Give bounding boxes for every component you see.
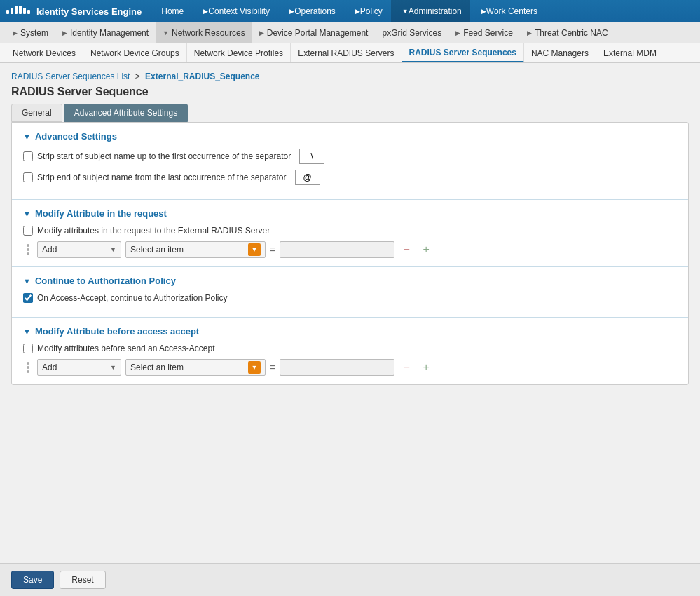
modify-access-accept-select-item[interactable]: Select an item ▼ — [125, 359, 266, 376]
select-orange-arrow-icon: ▼ — [248, 361, 261, 374]
equals-sign: = — [270, 244, 275, 255]
strip-start-input[interactable] — [299, 149, 324, 164]
svg-rect-5 — [23, 8, 26, 14]
breadcrumb: RADIUS Server Sequences List > External_… — [11, 72, 689, 81]
collapse-arrow-icon: ▼ — [23, 327, 31, 336]
svg-rect-3 — [15, 6, 18, 14]
tab-nac-managers[interactable]: NAC Managers — [524, 43, 596, 62]
arrow-down-icon: ▼ — [402, 8, 409, 15]
add-row-button[interactable]: + — [418, 242, 434, 257]
app-title: Identity Services Engine — [36, 6, 142, 17]
modify-request-label: Modify attributes in the request to the … — [37, 226, 270, 236]
modify-access-accept-checkbox[interactable] — [23, 344, 33, 353]
remove-row-button[interactable]: − — [399, 242, 414, 257]
content-area: RADIUS Server Sequences List > External_… — [0, 63, 700, 420]
tab-general[interactable]: General — [11, 104, 62, 122]
modify-access-accept-checkbox-wrap: Modify attributes before send an Access-… — [23, 344, 214, 353]
tab-network-devices[interactable]: Network Devices — [6, 43, 83, 62]
arrow-icon: ▶ — [259, 29, 264, 36]
authorization-policy-checkbox[interactable] — [23, 293, 33, 303]
modify-request-select-item[interactable]: Select an item ▼ — [125, 241, 266, 258]
svg-rect-6 — [27, 10, 30, 14]
svg-rect-4 — [19, 6, 22, 14]
section-modify-request-header[interactable]: ▼ Modify Attribute in the request — [23, 208, 677, 219]
arrow-icon: ▶ — [355, 8, 360, 15]
strip-end-input[interactable] — [295, 170, 320, 185]
tab-external-radius-servers[interactable]: External RADIUS Servers — [291, 43, 402, 62]
breadcrumb-current: External_RADIUS_Sequence — [145, 72, 259, 81]
modify-request-attr-row: Add ▼ Select an item ▼ = − + — [23, 241, 677, 258]
second-nav-feed-service[interactable]: ▶ Feed Service — [448, 22, 520, 43]
second-navigation: ▶ System ▶ Identity Management ▼ Network… — [0, 22, 700, 43]
strip-start-checkbox-wrap: Strip start of subject name up to the fi… — [23, 149, 324, 164]
drag-handle[interactable] — [23, 360, 33, 375]
modify-request-checkbox-wrap: Modify attributes in the request to the … — [23, 226, 270, 236]
drag-dot — [27, 370, 29, 373]
top-nav-items: Home ▶ Context Visibility ▶ Operations ▶… — [153, 0, 546, 22]
modify-request-checkbox-row: Modify attributes in the request to the … — [23, 226, 677, 236]
breadcrumb-list-link[interactable]: RADIUS Server Sequences List — [11, 72, 130, 81]
second-nav-device-portal[interactable]: ▶ Device Portal Management — [252, 22, 376, 43]
modify-request-checkbox[interactable] — [23, 226, 33, 236]
authorization-policy-checkbox-row: On Access-Accept, continue to Authorizat… — [23, 293, 677, 303]
collapse-arrow-icon: ▼ — [23, 277, 31, 285]
top-nav-work-centers[interactable]: ▶ Work Centers — [470, 0, 546, 22]
arrow-down-icon: ▼ — [163, 29, 169, 36]
remove-row-button[interactable]: − — [399, 360, 414, 375]
second-nav-system[interactable]: ▶ System — [6, 22, 55, 43]
strip-start-checkbox[interactable] — [23, 151, 33, 161]
add-row-button[interactable]: + — [418, 360, 434, 375]
second-nav-network-resources[interactable]: ▼ Network Resources — [156, 22, 252, 43]
section-authorization-policy-title: Continue to Authorization Policy — [35, 276, 176, 286]
drag-dot — [27, 252, 29, 255]
tab-network-device-profiles[interactable]: Network Device Profiles — [187, 43, 291, 62]
modify-request-add-dropdown[interactable]: Add ▼ — [37, 241, 121, 258]
section-advanced-settings-header[interactable]: ▼ Advanced Settings — [23, 131, 677, 142]
drag-dot — [27, 244, 29, 247]
cisco-logo — [6, 3, 31, 20]
top-nav-administration[interactable]: ▼ Administration — [391, 0, 470, 22]
section-modify-request: ▼ Modify Attribute in the request Modify… — [12, 200, 688, 267]
modify-request-value-input[interactable] — [280, 241, 394, 258]
collapse-arrow-icon: ▼ — [23, 133, 31, 141]
second-nav-identity-management[interactable]: ▶ Identity Management — [55, 22, 156, 43]
page-title: RADIUS Server Sequence — [11, 86, 689, 98]
top-nav-policy[interactable]: ▶ Policy — [344, 0, 391, 22]
tab-radius-server-sequences[interactable]: RADIUS Server Sequences — [402, 43, 524, 62]
section-advanced-settings-title: Advanced Settings — [35, 131, 117, 142]
second-nav-threat-centric[interactable]: ▶ Threat Centric NAC — [520, 22, 615, 43]
form-tabs: General Advanced Attribute Settings — [11, 104, 689, 122]
equals-sign: = — [270, 362, 275, 373]
third-navigation: Network Devices Network Device Groups Ne… — [0, 43, 700, 63]
tab-advanced-attribute-settings[interactable]: Advanced Attribute Settings — [64, 104, 188, 122]
svg-rect-1 — [6, 10, 9, 14]
authorization-policy-checkbox-wrap: On Access-Accept, continue to Authorizat… — [23, 293, 227, 303]
strip-end-checkbox[interactable] — [23, 172, 33, 182]
tab-external-mdm[interactable]: External MDM — [596, 43, 664, 62]
modify-access-accept-attr-row: Add ▼ Select an item ▼ = − + — [23, 359, 677, 376]
strip-start-row: Strip start of subject name up to the fi… — [23, 149, 677, 164]
drag-dot — [27, 366, 29, 369]
arrow-icon: ▶ — [527, 29, 532, 36]
modify-access-accept-value-input[interactable] — [280, 359, 394, 376]
section-modify-access-accept-title: Modify Attribute before access accept — [35, 326, 199, 337]
arrow-icon: ▶ — [13, 29, 18, 36]
section-advanced-settings: ▼ Advanced Settings Strip start of subje… — [12, 123, 688, 200]
drag-handle[interactable] — [23, 242, 33, 257]
svg-rect-2 — [11, 8, 13, 14]
arrow-icon: ▶ — [455, 29, 460, 36]
tab-network-device-groups[interactable]: Network Device Groups — [83, 43, 187, 62]
top-nav-home[interactable]: Home — [153, 0, 192, 22]
section-authorization-policy-header[interactable]: ▼ Continue to Authorization Policy — [23, 276, 677, 286]
form-card: ▼ Advanced Settings Strip start of subje… — [11, 122, 689, 385]
breadcrumb-separator: > — [135, 72, 140, 81]
top-nav-context-visibility[interactable]: ▶ Context Visibility — [192, 0, 278, 22]
authorization-policy-label: On Access-Accept, continue to Authorizat… — [37, 293, 227, 303]
modify-access-accept-add-dropdown[interactable]: Add ▼ — [37, 359, 121, 376]
second-nav-pxgrid[interactable]: pxGrid Services — [375, 22, 448, 43]
section-modify-access-accept-header[interactable]: ▼ Modify Attribute before access accept — [23, 326, 677, 337]
modify-access-accept-checkbox-row: Modify attributes before send an Access-… — [23, 344, 677, 353]
top-nav-operations[interactable]: ▶ Operations — [278, 0, 344, 22]
arrow-icon: ▶ — [203, 8, 208, 15]
modify-access-accept-label: Modify attributes before send an Access-… — [37, 344, 214, 353]
